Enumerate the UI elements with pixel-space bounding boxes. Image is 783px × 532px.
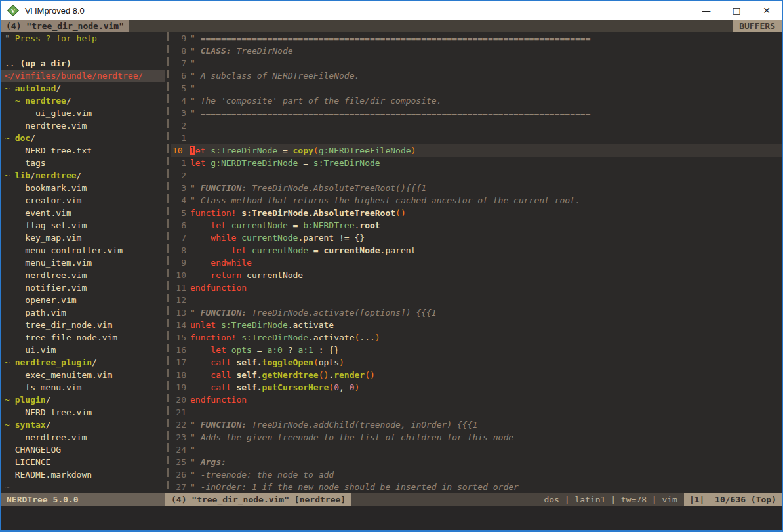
code-line[interactable]: 7 while currentNode.parent != {}: [171, 232, 782, 244]
code-line[interactable]: 9 endwhile: [171, 256, 782, 269]
tree-item[interactable]: event.vim: [1, 207, 165, 219]
tree-item[interactable]: ~ plugin/: [1, 394, 165, 406]
tree-item[interactable]: fs_menu.vim: [1, 381, 165, 394]
code-line[interactable]: 22" FUNCTION: TreeDirNode.addChild(treen…: [171, 419, 782, 431]
code-buffer: 9" =====================================…: [171, 32, 782, 493]
code-line[interactable]: 27" -inOrder: 1 if the new node should b…: [171, 481, 782, 493]
code-line[interactable]: 10 return currentNode: [171, 269, 782, 281]
tree-item[interactable]: ~ nerdtree_plugin/: [1, 356, 165, 369]
window-title: Vi IMproved 8.0: [25, 6, 85, 16]
code-line[interactable]: 21: [171, 406, 782, 419]
nerdtree-panel: " Press ? for help.. (up a dir)</vimfile…: [1, 32, 165, 493]
code-line[interactable]: 9" =====================================…: [171, 32, 782, 45]
code-line[interactable]: 8" CLASS: TreeDirNode: [171, 45, 782, 57]
tree-item[interactable]: ui_glue.vim: [1, 107, 165, 119]
tree-item[interactable]: .. (up a dir): [1, 57, 165, 70]
buffers-label: BUFFERS: [733, 20, 782, 32]
tree-item[interactable]: LICENCE: [1, 456, 165, 468]
code-line[interactable]: 3" =====================================…: [171, 107, 782, 119]
status-line: NERDTree 5.0.0 (4) "tree_dir_node.vim" […: [1, 493, 782, 506]
tree-item[interactable]: CHANGELOG: [1, 443, 165, 456]
tab-tree-dir-node[interactable]: (4) "tree_dir_node.vim": [1, 20, 129, 32]
code-line[interactable]: 17 call self.toggleOpen(opts): [171, 356, 782, 369]
vertical-split-separator[interactable]: [165, 32, 171, 493]
code-line[interactable]: 13" FUNCTION: TreeDirNode.activate([opti…: [171, 306, 782, 319]
code-line[interactable]: 26" -treenode: the node to add: [171, 468, 782, 481]
minimize-button[interactable]: —: [691, 1, 721, 20]
line-number: 10: [171, 269, 190, 281]
tree-item[interactable]: path.vim: [1, 306, 165, 319]
code-line[interactable]: 14unlet s:TreeDirNode.activate: [171, 319, 782, 331]
code-line[interactable]: 18 call self.getNerdtree().render(): [171, 369, 782, 381]
tree-item[interactable]: ~ syntax/: [1, 419, 165, 431]
nerdtree-statusline: NERDTree 5.0.0: [1, 493, 165, 506]
code-line[interactable]: 6 let currentNode = b:NERDTree.root: [171, 219, 782, 232]
close-button[interactable]: ✕: [752, 1, 782, 20]
line-number: 5: [171, 207, 190, 219]
code-line[interactable]: 6" A subclass of NERDTreeFileNode.: [171, 70, 782, 82]
tree-item[interactable]: flag_set.vim: [1, 219, 165, 232]
line-number: 9: [171, 32, 190, 45]
tree-item[interactable]: README.markdown: [1, 468, 165, 481]
code-line[interactable]: 20endfunction: [171, 394, 782, 406]
tree-item[interactable]: ui.vim: [1, 344, 165, 356]
tree-item[interactable]: nerdtree.vim: [1, 431, 165, 443]
tree-item[interactable]: bookmark.vim: [1, 182, 165, 194]
code-line[interactable]: 2: [171, 169, 782, 182]
code-line[interactable]: 19 call self.putCursorHere(0, 0): [171, 381, 782, 394]
code-line[interactable]: 7": [171, 57, 782, 70]
tree-item[interactable]: key_map.vim: [1, 232, 165, 244]
tree-item[interactable]: opener.vim: [1, 294, 165, 306]
code-line[interactable]: 3" FUNCTION: TreeDirNode.AbsoluteTreeRoo…: [171, 182, 782, 194]
code-line[interactable]: 8 let currentNode = currentNode.parent: [171, 244, 782, 256]
code-line[interactable]: 5": [171, 82, 782, 94]
tree-item[interactable]: menu_item.vim: [1, 256, 165, 269]
line-number: 2: [171, 169, 190, 182]
vim-window: V Vi IMproved 8.0 — □ ✕ (4) "tree_dir_no…: [0, 0, 783, 532]
code-line[interactable]: 5function! s:TreeDirNode.AbsoluteTreeRoo…: [171, 207, 782, 219]
statusline-fill: [351, 493, 537, 506]
code-line[interactable]: 12: [171, 294, 782, 306]
tree-item[interactable]: nerdtree.vim: [1, 269, 165, 281]
code-line[interactable]: 25" Args:: [171, 456, 782, 468]
code-line[interactable]: 10let s:TreeDirNode = copy(g:NERDTreeFil…: [171, 144, 782, 157]
code-line[interactable]: 23" Adds the given treenode to the list …: [171, 431, 782, 443]
tree-item[interactable]: tree_file_node.vim: [1, 331, 165, 344]
code-line[interactable]: 24": [171, 443, 782, 456]
code-line[interactable]: 11endfunction: [171, 281, 782, 294]
line-number: 1: [171, 132, 190, 144]
line-number: 6: [171, 219, 190, 232]
code-line[interactable]: 2: [171, 119, 782, 132]
tree-item[interactable]: ~ doc/: [1, 132, 165, 144]
tree-item[interactable]: notifier.vim: [1, 281, 165, 294]
tree-item[interactable]: menu_controller.vim: [1, 244, 165, 256]
code-line[interactable]: 15function! s:TreeDirNode.activate(...): [171, 331, 782, 344]
code-line[interactable]: 1: [171, 132, 782, 144]
tree-item[interactable]: ~ nerdtree/: [1, 94, 165, 107]
code-line[interactable]: 16 let opts = a:0 ? a:1 : {}: [171, 344, 782, 356]
code-line[interactable]: 4" The 'composite' part of the file/dir …: [171, 94, 782, 107]
tree-item[interactable]: NERD_tree.vim: [1, 406, 165, 419]
tree-item[interactable]: ~ lib/nerdtree/: [1, 169, 165, 182]
code-line[interactable]: 1let g:NERDTreeDirNode = s:TreeDirNode: [171, 157, 782, 169]
line-number: 4: [171, 194, 190, 207]
tree-item[interactable]: tags: [1, 157, 165, 169]
code-line[interactable]: 4" Class method that returns the highest…: [171, 194, 782, 207]
tree-item[interactable]: nerdtree.vim: [1, 119, 165, 132]
line-number: 7: [171, 57, 190, 70]
maximize-button[interactable]: □: [721, 1, 752, 20]
tree-item[interactable]: ~: [1, 481, 165, 493]
tree-item[interactable]: </vimfiles/bundle/nerdtree/: [1, 70, 165, 82]
line-number: 24: [171, 443, 190, 456]
command-line[interactable]: [1, 506, 782, 530]
line-number: 22: [171, 419, 190, 431]
line-number: 1: [171, 157, 190, 169]
tree-item[interactable]: ~ autoload/: [1, 82, 165, 94]
tree-item[interactable]: creator.vim: [1, 194, 165, 207]
tree-item[interactable]: NERD_tree.txt: [1, 144, 165, 157]
tree-item[interactable]: tree_dir_node.vim: [1, 319, 165, 331]
tree-item[interactable]: exec_menuitem.vim: [1, 369, 165, 381]
tree-item[interactable]: [1, 45, 165, 57]
tree-item[interactable]: " Press ? for help: [1, 32, 165, 45]
tab-line: (4) "tree_dir_node.vim" BUFFERS: [1, 20, 782, 32]
